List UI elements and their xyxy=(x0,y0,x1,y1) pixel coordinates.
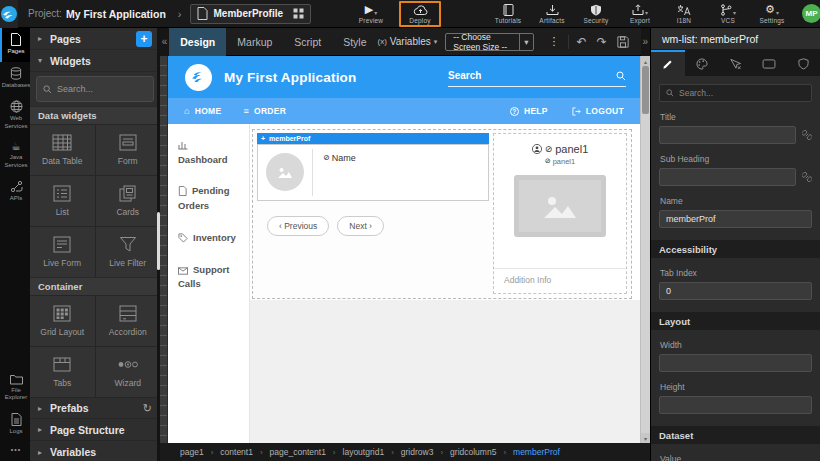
rail-item-databases[interactable]: Databases xyxy=(0,62,30,96)
add-page-button[interactable]: + xyxy=(136,31,152,47)
rail-item-more[interactable]: ••• xyxy=(0,441,30,461)
widget-tile-wizard[interactable]: Wizard xyxy=(96,347,161,397)
tutorials-button[interactable]: Tutorials xyxy=(493,1,523,27)
selection-outline[interactable]: + memberProf ⊘ xyxy=(252,129,632,299)
rail-item-pages[interactable]: Pages xyxy=(0,28,30,62)
nav-help[interactable]: ? HELP xyxy=(510,106,548,116)
widget-tile-accordion[interactable]: Accordion xyxy=(96,296,161,346)
collapse-left-button[interactable]: « xyxy=(160,28,169,56)
chevron-down-icon[interactable]: ▾ xyxy=(776,9,779,16)
properties-search[interactable]: Search... xyxy=(659,84,812,102)
panel1-header[interactable]: ⊘ panel1 xyxy=(532,143,589,155)
sidenav-item-support-calls[interactable]: Support Calls xyxy=(178,263,239,292)
bind-link-icon[interactable] xyxy=(802,172,812,182)
width-input[interactable] xyxy=(659,354,812,372)
refresh-icon[interactable]: ↻ xyxy=(143,402,152,415)
widgets-scrollbar-thumb[interactable] xyxy=(157,212,160,270)
list-item-card[interactable]: ⊘ Name xyxy=(257,144,489,201)
variables-dropdown[interactable]: (x) Variables ▾ xyxy=(378,36,438,47)
tab-script[interactable]: Script xyxy=(283,28,332,56)
app-logo[interactable] xyxy=(185,64,212,91)
breadcrumb-gridcolumn5[interactable]: gridcolumn5 xyxy=(450,447,496,457)
widget-tile-grid-layout[interactable]: Grid Layout xyxy=(30,296,95,346)
panel1-image-placeholder[interactable] xyxy=(514,175,606,237)
name-input[interactable] xyxy=(659,210,812,228)
empty-grid-row[interactable] xyxy=(250,300,640,443)
widgets-scrollbar[interactable] xyxy=(157,28,160,461)
i18n-button[interactable]: I18N xyxy=(669,1,699,27)
move-icon[interactable]: + xyxy=(261,135,265,142)
sidenav-item-inventory[interactable]: Inventory xyxy=(178,231,239,246)
canvas-scrollbar[interactable]: ▴ ▾ xyxy=(640,56,650,443)
bind-link-icon[interactable] xyxy=(802,130,812,140)
list-widget-titlebar[interactable]: + memberProf xyxy=(257,133,489,144)
breadcrumb-page1[interactable]: page1 xyxy=(180,447,204,457)
rail-item-apis[interactable]: APIs xyxy=(0,175,30,209)
screen-size-select[interactable]: -- Choose Screen Size -- ▾ xyxy=(445,33,533,51)
grid-icon[interactable] xyxy=(293,8,304,19)
panel1-footer[interactable]: Addition Info xyxy=(494,268,626,293)
sidenav-item-pending-orders[interactable]: Pending Orders xyxy=(178,184,239,213)
height-input[interactable] xyxy=(659,396,812,414)
redo-icon[interactable]: ↷ xyxy=(597,35,607,49)
search-icon[interactable] xyxy=(616,71,626,81)
breadcrumb-memberprof[interactable]: memberProf xyxy=(513,447,560,457)
widget-search[interactable]: Search... xyxy=(36,76,154,102)
panel1-widget[interactable]: ⊘ panel1 ⊘ panel1 xyxy=(493,133,627,294)
breadcrumb-page-content1[interactable]: page_content1 xyxy=(270,447,326,457)
artifacts-button[interactable]: Artifacts xyxy=(537,1,567,27)
pages-accordion[interactable]: ▸ Pages + xyxy=(30,28,160,50)
undo-icon[interactable]: ↶ xyxy=(577,35,587,49)
subheading-input[interactable] xyxy=(659,168,796,186)
tab-properties[interactable] xyxy=(651,50,685,76)
chevron-down-icon[interactable]: ▾ xyxy=(733,9,736,16)
nav-home[interactable]: ⌂ HOME xyxy=(184,106,221,116)
wavemaker-logo[interactable] xyxy=(0,0,18,28)
variables-accordion[interactable]: ▸ Variables xyxy=(30,441,160,461)
scroll-down-icon[interactable]: ▾ xyxy=(641,433,650,443)
tab-styles[interactable] xyxy=(685,50,719,76)
previous-button[interactable]: ‹ Previous xyxy=(267,216,329,236)
preview-button[interactable]: ▶▾ Preview xyxy=(356,1,386,27)
widget-tile-tabs[interactable]: Tabs xyxy=(30,347,95,397)
next-button[interactable]: Next › xyxy=(337,216,384,236)
export-button[interactable]: ▾ Export xyxy=(625,1,655,27)
user-avatar[interactable]: MP xyxy=(802,4,820,23)
tab-security-props[interactable] xyxy=(786,50,820,76)
list-item-name[interactable]: ⊘ Name xyxy=(313,145,356,200)
security-button[interactable]: Security xyxy=(581,1,611,27)
breadcrumb-content1[interactable]: content1 xyxy=(220,447,253,457)
tab-markup[interactable]: Markup xyxy=(226,28,283,56)
tab-style[interactable]: Style xyxy=(332,28,377,56)
breadcrumb-layoutgrid1[interactable]: layoutgrid1 xyxy=(343,447,385,457)
widget-tile-data-table[interactable]: Data Table xyxy=(30,125,95,175)
deploy-button[interactable]: Deploy xyxy=(405,1,435,27)
kebab-menu[interactable]: ⋮ xyxy=(542,35,568,48)
widget-tile-live-filter[interactable]: Live Filter xyxy=(96,227,161,277)
list-item-image-placeholder[interactable] xyxy=(266,153,304,191)
nav-order[interactable]: ≡ ORDER xyxy=(243,106,286,116)
widgets-accordion[interactable]: ▾ Widgets xyxy=(30,50,160,72)
page-selector[interactable]: MemberProfile xyxy=(190,4,311,24)
chevron-down-icon[interactable]: ▾ xyxy=(374,9,377,16)
rail-item-file-explorer[interactable]: File Explorer xyxy=(0,369,30,408)
widget-tile-live-form[interactable]: Live Form xyxy=(30,227,95,277)
collapse-right-button[interactable]: » xyxy=(641,28,650,56)
save-icon[interactable] xyxy=(617,36,629,48)
chevron-down-icon[interactable]: ▾ xyxy=(645,9,648,16)
rail-item-logs[interactable]: Logs xyxy=(0,408,30,442)
prefabs-accordion[interactable]: ▸ Prefabs ↻ xyxy=(30,397,160,419)
nav-logout[interactable]: LOGOUT xyxy=(572,106,624,116)
tab-events[interactable] xyxy=(719,50,753,76)
panel1-subheading[interactable]: ⊘ panel1 xyxy=(545,157,575,166)
widget-tile-list[interactable]: List xyxy=(30,176,95,226)
vcs-button[interactable]: ▾ VCS xyxy=(713,1,743,27)
widget-tile-form[interactable]: Form xyxy=(96,125,161,175)
rail-item-java-services[interactable]: ☕ Java Services xyxy=(0,136,30,175)
breadcrumb-gridrow3[interactable]: gridrow3 xyxy=(401,447,434,457)
tabindex-input[interactable] xyxy=(659,282,812,300)
settings-button[interactable]: ⚙▾ Settings xyxy=(757,1,787,27)
canvas-scrollbar-thumb[interactable] xyxy=(642,66,649,114)
app-search-field[interactable]: Search xyxy=(448,65,626,87)
rail-item-web-services[interactable]: Web Services xyxy=(0,95,30,136)
